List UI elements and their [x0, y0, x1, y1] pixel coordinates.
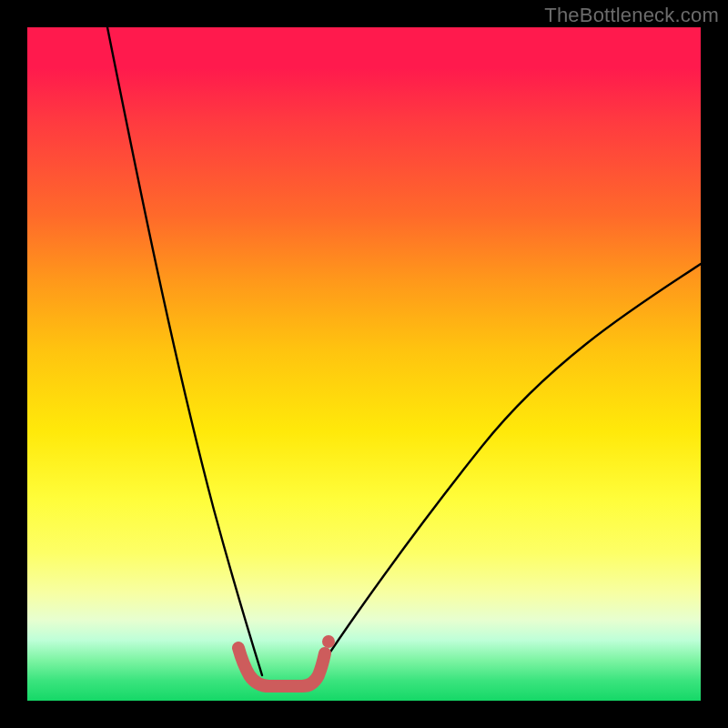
- bottleneck-curve-left: [107, 27, 262, 675]
- watermark-text: TheBottleneck.com: [544, 4, 719, 27]
- chart-stage: TheBottleneck.com: [0, 0, 728, 728]
- bottom-ridge: [238, 648, 325, 686]
- curve-layer: [27, 27, 701, 701]
- bottleneck-curve-right: [318, 264, 701, 670]
- ridge-dot: [322, 635, 335, 648]
- plot-area: [27, 27, 701, 701]
